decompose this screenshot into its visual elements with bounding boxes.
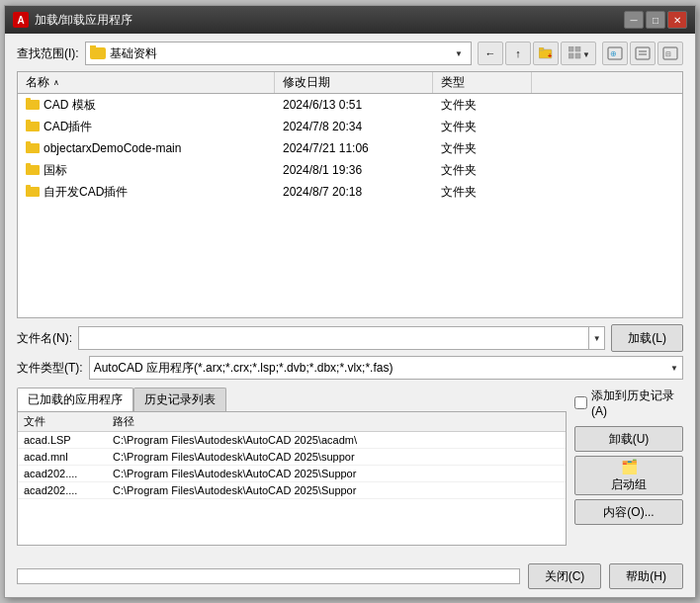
loaded-cell-file: acad202....: [18, 466, 107, 482]
close-title-button[interactable]: ✕: [667, 11, 687, 29]
filename-input[interactable]: [79, 327, 588, 349]
view-toggle-button[interactable]: ▼: [561, 42, 596, 65]
filetype-combo[interactable]: AutoCAD 应用程序(*.arx;*.crx;*.lsp;*.dvb;*.d…: [89, 356, 683, 380]
file-list-body: CAD 模板 2024/6/13 0:51 文件夹 CAD插件 2024/7/8…: [18, 94, 682, 317]
file-cell-name: CAD插件: [18, 117, 275, 137]
loaded-col-file[interactable]: 文件: [18, 412, 107, 432]
filename-input-wrap: ▼: [78, 326, 605, 350]
tab-loaded-apps[interactable]: 已加载的应用程序: [17, 388, 133, 411]
help-button[interactable]: 帮助(H): [609, 563, 683, 589]
startup-group-button[interactable]: 🗂️ 启动组: [574, 456, 683, 495]
svg-rect-3: [569, 46, 573, 51]
file-cell-type: 文件夹: [433, 117, 532, 137]
loaded-cell-file: acad202....: [18, 482, 107, 499]
file-name-text: CAD 模板: [44, 97, 96, 114]
svg-text:⊕: ⊕: [610, 49, 617, 58]
tabs-row: 已加载的应用程序 历史记录列表: [17, 388, 567, 411]
file-cell-type: 文件夹: [433, 95, 532, 116]
sort-arrow: ∧: [53, 78, 59, 87]
table-row[interactable]: acad.LSP C:\Program Files\Autodesk\AutoC…: [18, 432, 566, 449]
folder-icon-small: [26, 165, 40, 175]
svg-rect-4: [575, 46, 580, 51]
toolbar-row: 查找范围(I): 基础资料 ▼ ← ↑ +: [17, 42, 683, 65]
loaded-cell-path: C:\Program Files\Autodesk\AutoCAD 2025\S…: [107, 466, 566, 482]
loaded-cell-path: C:\Program Files\Autodesk\AutoCAD 2025\a…: [107, 432, 566, 449]
up-button[interactable]: ↑: [505, 42, 531, 65]
loaded-cell-file: acad.LSP: [18, 432, 107, 449]
header-date[interactable]: 修改日期: [275, 72, 433, 93]
table-row[interactable]: acad202.... C:\Program Files\Autodesk\Au…: [18, 466, 566, 482]
add-to-history-row: 添加到历史记录(A): [574, 388, 683, 418]
svg-rect-10: [636, 47, 650, 59]
file-name-text: 国标: [44, 162, 67, 179]
unload-button[interactable]: 卸载(U): [574, 426, 683, 452]
file-cell-date: 2024/7/8 20:34: [275, 118, 433, 135]
progress-bar: [17, 568, 520, 584]
loaded-table-body: acad.LSP C:\Program Files\Autodesk\AutoC…: [18, 432, 566, 499]
bottom-section: 已加载的应用程序 历史记录列表 文件: [17, 388, 683, 546]
filetype-combo-text: AutoCAD 应用程序(*.arx;*.crx;*.lsp;*.dvb;*.d…: [94, 360, 670, 377]
table-row[interactable]: CAD 模板 2024/6/13 0:51 文件夹: [18, 94, 682, 116]
new-folder-button[interactable]: +: [533, 42, 559, 65]
dialog-title: 加载/卸载应用程序: [35, 12, 624, 29]
title-bar: A 加载/卸载应用程序 ─ □ ✕: [5, 6, 695, 34]
loaded-apps-panel: 已加载的应用程序 历史记录列表 文件: [17, 388, 567, 546]
file-cell-date: 2024/6/13 0:51: [275, 96, 433, 114]
dialog-content: 查找范围(I): 基础资料 ▼ ← ↑ +: [5, 34, 695, 560]
svg-text:⊟: ⊟: [665, 50, 671, 57]
file-name-text: 自开发CAD插件: [44, 184, 128, 201]
tab-history[interactable]: 历史记录列表: [133, 388, 226, 411]
path-combo-content: 基础资料: [90, 45, 451, 62]
file-cell-date: 2024/7/21 11:06: [275, 139, 433, 157]
loaded-table: 文件 路径 acad.LSP C:\Program Files\Autodesk…: [18, 412, 566, 499]
file-cell-date: 2024/8/1 19:36: [275, 161, 433, 179]
table-row[interactable]: acad.mnl C:\Program Files\Autodesk\AutoC…: [18, 449, 566, 466]
file-cell-name: objectarxDemoCode-main: [18, 139, 275, 157]
filetype-row: 文件类型(T): AutoCAD 应用程序(*.arx;*.crx;*.lsp;…: [17, 356, 683, 380]
folder-icon-small: [26, 122, 40, 131]
file-cell-type: 文件夹: [433, 138, 532, 159]
extra-btn-1[interactable]: ⊕: [602, 42, 628, 65]
table-row[interactable]: acad202.... C:\Program Files\Autodesk\Au…: [18, 482, 566, 499]
extra-btn-2[interactable]: [630, 42, 656, 65]
add-to-history-checkbox[interactable]: [574, 396, 587, 409]
maximize-button[interactable]: □: [646, 11, 665, 29]
folder-icon: [90, 47, 106, 59]
table-row[interactable]: 自开发CAD插件 2024/8/7 20:18 文件夹: [18, 181, 682, 203]
loaded-col-path[interactable]: 路径: [107, 412, 566, 432]
filename-input-arrow[interactable]: ▼: [588, 326, 604, 350]
svg-rect-5: [569, 53, 573, 58]
file-list-header: 名称 ∧ 修改日期 类型: [18, 72, 682, 94]
load-button[interactable]: 加载(L): [611, 324, 683, 352]
table-row[interactable]: CAD插件 2024/7/8 20:34 文件夹: [18, 116, 682, 137]
header-type[interactable]: 类型: [433, 72, 532, 93]
content-button[interactable]: 内容(O)...: [574, 499, 683, 525]
filetype-combo-arrow: ▼: [670, 364, 678, 373]
minimize-button[interactable]: ─: [624, 11, 644, 29]
extra-btn-3[interactable]: ⊟: [657, 42, 683, 65]
back-button[interactable]: ←: [478, 42, 503, 65]
app-icon: A: [13, 12, 29, 28]
file-cell-date: 2024/8/7 20:18: [275, 183, 433, 201]
filetype-label: 文件类型(T):: [17, 360, 83, 377]
file-name-text: objectarxDemoCode-main: [44, 141, 181, 155]
toolbar-buttons: ← ↑ + ▼: [478, 42, 596, 65]
title-bar-buttons: ─ □ ✕: [624, 11, 687, 29]
svg-text:▼: ▼: [582, 50, 588, 59]
filename-row: 文件名(N): ▼ 加载(L): [17, 324, 683, 352]
path-combo[interactable]: 基础资料 ▼: [85, 42, 472, 65]
file-cell-type: 文件夹: [433, 182, 532, 203]
svg-text:+: +: [548, 52, 552, 59]
loaded-cell-path: C:\Program Files\Autodesk\AutoCAD 2025\S…: [107, 482, 566, 499]
header-name[interactable]: 名称 ∧: [18, 72, 275, 93]
folder-icon-small: [26, 100, 40, 110]
extra-toolbar-buttons: ⊕ ⊟: [602, 42, 683, 65]
close-button[interactable]: 关闭(C): [528, 563, 602, 589]
table-row[interactable]: objectarxDemoCode-main 2024/7/21 11:06 文…: [18, 137, 682, 159]
path-combo-arrow[interactable]: ▼: [451, 42, 467, 65]
main-dialog: A 加载/卸载应用程序 ─ □ ✕ 查找范围(I): 基础资料 ▼ ← ↑: [4, 5, 696, 598]
add-to-history-label: 添加到历史记录(A): [591, 388, 683, 418]
svg-rect-6: [575, 53, 580, 58]
dialog-bottom: 关闭(C) 帮助(H): [5, 560, 695, 597]
table-row[interactable]: 国标 2024/8/1 19:36 文件夹: [18, 159, 682, 181]
